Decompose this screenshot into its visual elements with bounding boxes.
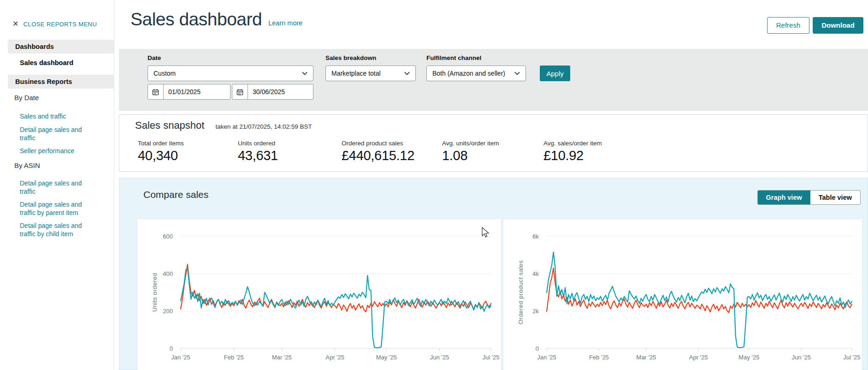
svg-text:Mar '25: Mar '25 <box>272 354 292 361</box>
metric-label: Units ordered <box>238 140 278 147</box>
date-from-input[interactable] <box>164 84 228 99</box>
date-range-value: Custom <box>154 70 176 77</box>
metric-label: Avg. units/order item <box>442 140 499 147</box>
svg-text:Feb '25: Feb '25 <box>589 354 609 361</box>
svg-text:Ordered product sales: Ordered product sales <box>517 260 524 324</box>
svg-text:Jan '25: Jan '25 <box>537 354 556 361</box>
metric-avg-units-per-order: Avg. units/order item 1.08 <box>442 140 499 163</box>
close-reports-menu-label: CLOSE REPORTS MENU <box>24 21 97 28</box>
metric-value: 40,340 <box>138 148 184 163</box>
svg-text:Apr '25: Apr '25 <box>689 354 708 361</box>
metric-label: Avg. sales/order item <box>543 140 602 147</box>
sidebar-item-detail-page-sales-traffic-parent[interactable]: Detail page sales and traffic by parent … <box>20 200 93 217</box>
svg-text:Jan '25: Jan '25 <box>171 354 190 361</box>
svg-text:Apr '25: Apr '25 <box>325 354 344 361</box>
chevron-down-icon <box>514 72 520 75</box>
date-from-field[interactable] <box>148 84 230 100</box>
sidebar-item-detail-page-sales-traffic-date[interactable]: Detail page sales and traffic <box>20 125 93 142</box>
metric-units-ordered: Units ordered 43,631 <box>238 140 278 163</box>
metric-value: £10.92 <box>543 148 602 163</box>
view-toggle: Graph view Table view <box>757 190 861 205</box>
sidebar-item-sales-and-traffic[interactable]: Sales and traffic <box>20 112 93 120</box>
sidebar-item-sales-dashboard[interactable]: Sales dashboard <box>20 59 73 66</box>
compare-sales-title: Compare sales <box>143 189 208 200</box>
fulfilment-channel-label: Fulfilment channel <box>426 54 481 61</box>
sales-breakdown-select[interactable]: Marketplace total <box>325 66 416 81</box>
svg-text:400: 400 <box>163 270 173 277</box>
svg-text:May '25: May '25 <box>376 354 397 361</box>
calendar-icon <box>148 84 164 99</box>
sales-snapshot-panel: Sales snapshot taken at 21/07/2025, 14:0… <box>119 114 868 172</box>
sidebar-item-seller-performance[interactable]: Seller performance <box>20 147 93 155</box>
metric-value: £440,615.12 <box>342 148 414 163</box>
svg-text:May '25: May '25 <box>738 354 759 361</box>
fulfilment-channel-select[interactable]: Both (Amazon and seller) <box>426 66 526 81</box>
graph-view-button[interactable]: Graph view <box>758 191 810 204</box>
sales-breakdown-value: Marketplace total <box>331 70 381 77</box>
units-ordered-chart[interactable]: 0200400600Jan '25Feb '25Mar '25Apr '25Ma… <box>137 222 501 370</box>
download-button[interactable]: Download <box>813 17 863 34</box>
svg-text:0: 0 <box>170 345 173 352</box>
metric-value: 43,631 <box>238 148 278 163</box>
svg-text:Jul '25: Jul '25 <box>482 354 499 361</box>
sidebar-item-detail-page-sales-traffic-child[interactable]: Detail page sales and traffic by child i… <box>20 221 93 238</box>
table-view-button[interactable]: Table view <box>810 191 860 204</box>
chevron-down-icon <box>302 72 307 75</box>
filter-panel: Date Sales breakdown Fulfilment channel … <box>119 49 868 111</box>
ordered-product-sales-chart-card: 02k4k6kJan '25Feb '25Mar '25Apr '25May '… <box>503 219 862 370</box>
reports-sidebar: ✕ CLOSE REPORTS MENU Dashboards Sales da… <box>0 0 114 370</box>
sidebar-item-detail-page-sales-traffic-asin[interactable]: Detail page sales and traffic <box>20 179 93 196</box>
metric-value: 1.08 <box>442 148 499 163</box>
units-ordered-chart-card: 0200400600Jan '25Feb '25Mar '25Apr '25Ma… <box>137 219 502 370</box>
chevron-down-icon <box>404 72 410 75</box>
svg-text:Feb '25: Feb '25 <box>224 354 244 361</box>
date-to-input[interactable] <box>248 84 313 99</box>
sidebar-section-dashboards: Dashboards <box>8 40 114 54</box>
svg-text:Jun '25: Jun '25 <box>792 354 811 361</box>
ordered-product-sales-chart[interactable]: 02k4k6kJan '25Feb '25Mar '25Apr '25May '… <box>503 222 862 370</box>
main-content: Sales dashboard Learn more Refresh Downl… <box>114 0 868 370</box>
close-icon: ✕ <box>12 20 19 28</box>
svg-text:0: 0 <box>536 345 539 352</box>
sales-breakdown-label: Sales breakdown <box>325 54 376 61</box>
compare-sales-panel: Compare sales Graph view Table view 0200… <box>119 178 868 370</box>
svg-text:Jun '25: Jun '25 <box>430 354 449 361</box>
svg-text:6k: 6k <box>532 233 539 240</box>
svg-text:Jul '25: Jul '25 <box>843 354 860 361</box>
metric-ordered-product-sales: Ordered product sales £440,615.12 <box>342 140 414 163</box>
sales-snapshot-title: Sales snapshot <box>135 119 204 131</box>
metric-label: Total order items <box>138 140 184 147</box>
svg-text:Units ordered: Units ordered <box>151 273 158 312</box>
metric-avg-sales-per-order: Avg. sales/order item £10.92 <box>543 140 602 163</box>
refresh-button[interactable]: Refresh <box>767 17 809 34</box>
metric-total-order-items: Total order items 40,340 <box>138 140 184 163</box>
date-range-select[interactable]: Custom <box>148 66 313 81</box>
metric-label: Ordered product sales <box>342 140 414 147</box>
date-filter-label: Date <box>148 54 161 61</box>
sidebar-group-by-date: By Date <box>14 94 39 101</box>
svg-text:4k: 4k <box>532 270 539 277</box>
svg-text:200: 200 <box>163 308 173 315</box>
sidebar-group-by-asin: By ASIN <box>14 161 40 169</box>
svg-text:Mar '25: Mar '25 <box>636 354 656 361</box>
fulfilment-channel-value: Both (Amazon and seller) <box>432 70 505 77</box>
learn-more-link[interactable]: Learn more <box>268 19 302 27</box>
sidebar-section-business-reports: Business Reports <box>8 75 114 89</box>
apply-button[interactable]: Apply <box>540 66 570 81</box>
date-to-field[interactable] <box>232 84 313 100</box>
close-reports-menu-button[interactable]: ✕ CLOSE REPORTS MENU <box>12 20 97 28</box>
svg-text:2k: 2k <box>532 308 539 315</box>
calendar-icon <box>232 84 248 99</box>
snapshot-timestamp: taken at 21/07/2025, 14:02:59 BST <box>215 123 312 130</box>
page-title: Sales dashboard <box>130 9 262 30</box>
svg-text:600: 600 <box>163 233 173 240</box>
